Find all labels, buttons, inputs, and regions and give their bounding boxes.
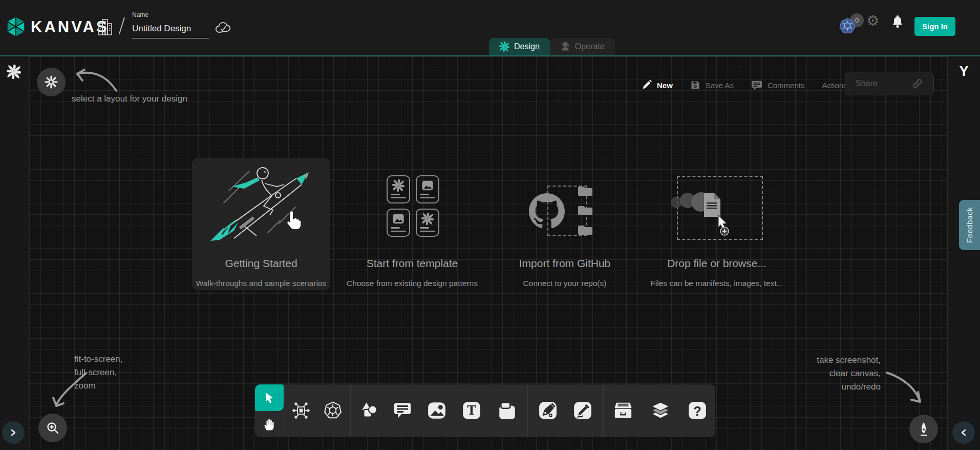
shapes-tool-button[interactable] [359, 401, 379, 420]
magnifier-plus-icon [46, 421, 60, 435]
feedback-tab[interactable]: Feedback [959, 200, 980, 250]
expand-right-panel-button[interactable] [952, 421, 975, 444]
new-pencil-icon[interactable] [642, 80, 652, 90]
meshery-spiral-icon[interactable] [7, 65, 21, 79]
chevron-right-icon [10, 429, 17, 436]
expand-left-panel-button[interactable] [2, 421, 25, 444]
card-getting-started[interactable] [192, 158, 330, 290]
pencil-doodle-icon [573, 401, 592, 420]
help-tool-button[interactable]: ? [688, 401, 707, 420]
card-drop-file[interactable] [664, 169, 777, 297]
rocket-illustration [202, 163, 320, 248]
settings-icon[interactable]: ⚙ [866, 14, 879, 28]
comments-button[interactable]: Comments [768, 81, 805, 90]
save-as-button[interactable]: Save As [706, 81, 734, 90]
pinwheel-icon [392, 179, 404, 192]
image-icon [427, 401, 446, 420]
select-tool-button[interactable] [255, 384, 284, 411]
tool-dock: T [255, 384, 715, 437]
pinwheel-icon [421, 213, 434, 225]
component-chip-icon [292, 401, 310, 420]
yaml-panel-toggle[interactable]: Y [948, 64, 980, 79]
mode-tabs: Design Operate [489, 38, 615, 55]
pointer-hand-cursor-icon [284, 209, 305, 232]
save-as-icon[interactable] [690, 80, 700, 90]
organization-icon[interactable] [97, 18, 113, 36]
comment-tool-button[interactable] [393, 401, 412, 420]
layout-hint-text: select a layout for your design [72, 92, 187, 106]
share-button[interactable]: Share [845, 72, 934, 95]
github-icon [529, 193, 565, 229]
canvas-actions-button[interactable] [909, 415, 938, 443]
card-title-getting-started: Getting Started [179, 257, 343, 270]
template-thumb [416, 175, 439, 203]
card-start-from-template[interactable] [357, 169, 470, 297]
kanvas-logo-icon[interactable] [6, 15, 26, 38]
actions-menu-button[interactable]: Actions [822, 81, 847, 90]
image-icon [421, 179, 434, 192]
component-tool-button[interactable] [291, 401, 311, 420]
hand-icon [262, 417, 276, 432]
operate-tab-icon [560, 42, 570, 52]
card-title-github: Import from GitHub [483, 257, 647, 270]
breadcrumb-slash-icon [118, 15, 126, 36]
app-header: KANVAS Name Design [0, 0, 980, 55]
new-button[interactable]: New [657, 81, 673, 90]
workspace: select a layout for your design New Save… [0, 55, 980, 450]
text-icon: T [462, 401, 481, 420]
pen-nib-icon [917, 421, 931, 437]
svg-text:T: T [467, 403, 476, 417]
share-link-icon [912, 78, 923, 89]
zoom-controls-button[interactable] [38, 414, 67, 442]
tab-operate[interactable]: Operate [550, 38, 615, 55]
layers-icon [651, 401, 670, 420]
dock-divider [527, 384, 528, 437]
zoom-hint-text: fit-to-screen, full-screen, zoom [74, 353, 122, 393]
folder-icon [578, 186, 593, 197]
help-question-icon: ? [688, 401, 707, 420]
drop-file-illustration [671, 187, 758, 254]
comment-bubble-icon [393, 401, 412, 420]
tab-operate-label: Operate [575, 42, 605, 51]
dock-divider [603, 384, 604, 437]
layout-asterisk-icon [44, 75, 58, 89]
notifications-bell-icon[interactable] [891, 14, 904, 29]
folder-icon [578, 224, 593, 236]
shapes-icon [359, 401, 379, 420]
tab-design-label: Design [514, 42, 540, 51]
svg-text:?: ? [693, 404, 701, 418]
design-canvas[interactable]: select a layout for your design New Save… [29, 56, 947, 450]
canvas-toolbar: New Save As Comments Actions [642, 76, 863, 94]
layers-tool-button[interactable] [651, 401, 670, 420]
template-thumb [416, 209, 439, 237]
left-rail [0, 56, 29, 450]
pen-tool-button[interactable] [538, 401, 558, 420]
design-name-input[interactable] [132, 23, 209, 38]
canvas-actions-hint-text: take screenshot, clear canvas, undo/redo [768, 354, 881, 394]
sign-in-button[interactable]: Sign In [914, 17, 955, 36]
note-tool-button[interactable] [497, 401, 517, 420]
image-tool-button[interactable] [427, 401, 446, 420]
pan-tool-button[interactable] [255, 411, 284, 437]
pencil-tool-button[interactable] [573, 401, 592, 420]
pen-tool-icon [538, 401, 558, 420]
text-tool-button[interactable]: T [462, 401, 481, 420]
share-label: Share [856, 79, 878, 88]
design-name-field: Name [132, 11, 209, 38]
sticky-note-icon [497, 401, 517, 420]
template-thumb [387, 209, 410, 237]
template-thumb [387, 175, 410, 203]
cursor-arrow-icon [263, 391, 276, 404]
folder-icon [578, 205, 593, 216]
comments-icon[interactable] [751, 80, 762, 90]
kubernetes-tool-button[interactable] [323, 401, 343, 420]
kubernetes-context-chip[interactable]: 0 [839, 13, 868, 36]
chevron-left-icon [960, 429, 967, 436]
card-title-template: Start from template [330, 257, 494, 270]
drawer-icon [613, 401, 633, 420]
tab-design[interactable]: Design [489, 38, 550, 55]
dock-divider [350, 384, 351, 437]
drawer-tool-button[interactable] [613, 401, 633, 420]
design-tab-icon [499, 42, 509, 52]
layout-selector-button[interactable] [37, 68, 66, 96]
